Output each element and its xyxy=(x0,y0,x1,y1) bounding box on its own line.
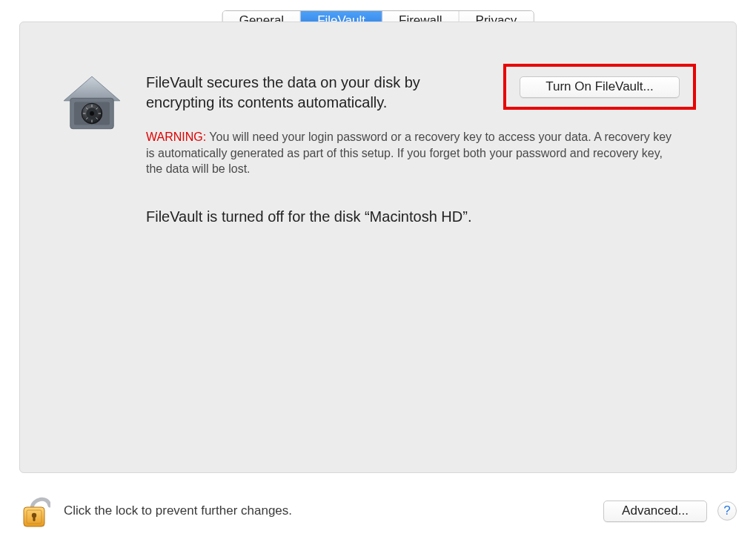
svg-marker-0 xyxy=(64,76,120,101)
filevault-status: FileVault is turned off for the disk “Ma… xyxy=(146,208,711,225)
lock-hint-text: Click the lock to prevent further change… xyxy=(64,503,603,518)
filevault-icon xyxy=(60,73,127,140)
filevault-panel: FileVault secures the data on your disk … xyxy=(19,22,737,473)
help-button[interactable]: ? xyxy=(717,501,737,521)
advanced-button[interactable]: Advanced... xyxy=(603,501,707,522)
svg-rect-17 xyxy=(33,516,35,521)
turn-on-highlight: Turn On FileVault... xyxy=(503,64,696,110)
svg-point-13 xyxy=(90,111,94,116)
warning-block: WARNING: You will need your login passwo… xyxy=(146,129,680,177)
footer-bar: Click the lock to prevent further change… xyxy=(19,489,737,533)
lock-icon[interactable] xyxy=(19,492,50,529)
turn-on-filevault-button[interactable]: Turn On FileVault... xyxy=(520,76,680,98)
warning-label: WARNING: xyxy=(146,131,206,143)
warning-text: You will need your login password or a r… xyxy=(146,131,672,175)
filevault-description: FileVault secures the data on your disk … xyxy=(146,73,487,113)
